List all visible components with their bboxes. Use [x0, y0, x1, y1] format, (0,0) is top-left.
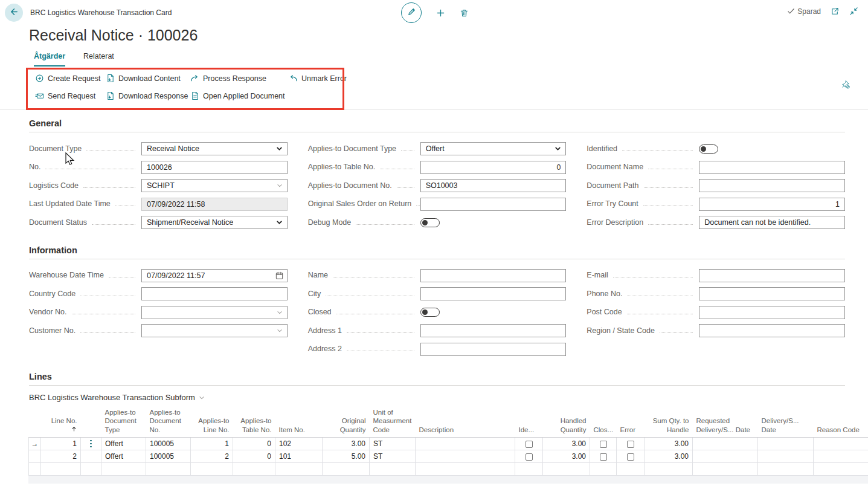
cell-original_qty[interactable]	[323, 463, 370, 476]
cell-handled_qty[interactable]	[543, 463, 590, 476]
col-header-sum_qty[interactable]: Sum Qty. to Handle	[645, 407, 693, 438]
cell-item_no[interactable]: 101	[275, 450, 323, 463]
cell-applies_doc_type[interactable]: Offert	[101, 438, 146, 450]
cell-reason_code[interactable]	[814, 450, 868, 463]
col-header-closed[interactable]: Clos...	[590, 407, 617, 438]
lines-section-heading[interactable]: Lines	[29, 372, 845, 386]
cell-reason_code[interactable]	[814, 438, 868, 450]
field-city[interactable]	[420, 287, 567, 300]
col-header-item_no[interactable]: Item No.	[275, 407, 323, 438]
checkbox-closed[interactable]	[600, 441, 607, 448]
calendar-icon[interactable]	[275, 271, 284, 280]
cell-closed[interactable]	[590, 463, 617, 476]
field-original-sales-order-on-return[interactable]	[420, 198, 567, 211]
cell-req_delivery_date[interactable]	[693, 438, 758, 450]
cell-line_no[interactable]: 1	[41, 438, 81, 450]
field-document-type[interactable]: Receival Notice	[141, 142, 288, 155]
cell-identified[interactable]	[515, 463, 543, 476]
cell-uom[interactable]: ST	[370, 450, 416, 463]
cell-delivery_date[interactable]	[758, 438, 814, 450]
cell-menu[interactable]	[81, 463, 101, 476]
field-country-code[interactable]	[141, 287, 288, 300]
field-no[interactable]: 100026	[141, 161, 288, 174]
col-header-reason_code[interactable]: Reason Code	[814, 407, 868, 438]
cell-uom[interactable]	[370, 463, 416, 476]
col-header-applies_doc_no[interactable]: Applies-to Document No.	[146, 407, 191, 438]
cell-applies_doc_type[interactable]: Offert	[101, 450, 146, 463]
cell-item_no[interactable]: 102	[275, 438, 323, 450]
cell-delivery_date[interactable]	[758, 463, 814, 476]
action-unmark-error[interactable]: Unmark Error	[289, 74, 868, 83]
field-applies-to-document-type[interactable]: Offert	[420, 142, 567, 155]
col-header-applies_table_no[interactable]: Applies-to Table No.	[233, 407, 275, 438]
cell-description[interactable]	[416, 450, 515, 463]
field-logistics-code[interactable]: SCHIPT	[141, 179, 288, 192]
collapse-button[interactable]	[849, 7, 858, 16]
cell-error[interactable]	[617, 450, 645, 463]
cell-original_qty[interactable]: 5.00	[323, 450, 370, 463]
field-address-2[interactable]	[420, 343, 567, 356]
field-error-description[interactable]: Document can not be identified.	[699, 216, 845, 229]
field-customer-no[interactable]	[141, 324, 288, 337]
action-send-request[interactable]: Send Request	[35, 91, 106, 100]
row-menu-icon[interactable]	[81, 438, 101, 450]
cell-applies_table_no[interactable]	[233, 463, 275, 476]
cell-handled_qty[interactable]: 3.00	[543, 438, 590, 450]
action-download-response[interactable]: Download Response	[106, 91, 190, 100]
cell-req_delivery_date[interactable]	[693, 463, 758, 476]
field-document-name[interactable]	[699, 161, 845, 174]
cell-description[interactable]	[416, 438, 515, 450]
field-name[interactable]	[420, 269, 567, 282]
checkbox-error[interactable]	[627, 453, 634, 461]
cell-closed[interactable]	[590, 450, 617, 463]
col-header-line_no[interactable]: Line No.	[41, 407, 81, 438]
cell-menu[interactable]	[81, 450, 101, 463]
field-e-mail[interactable]	[699, 269, 845, 282]
cell-applies_doc_no[interactable]: 100005	[146, 450, 191, 463]
toggle-debug-mode[interactable]	[420, 218, 440, 227]
cell-applies_line_no[interactable]	[191, 463, 233, 476]
cell-handled_qty[interactable]: 3.00	[543, 450, 590, 463]
col-header-error[interactable]: Error	[617, 407, 645, 438]
col-header-original_qty[interactable]: Original Quantity	[323, 407, 370, 438]
cell-error[interactable]	[617, 438, 645, 450]
col-header-description[interactable]: Description	[416, 407, 515, 438]
cell-identified[interactable]	[515, 450, 543, 463]
general-section-heading[interactable]: General	[29, 118, 845, 132]
cell-applies_doc_no[interactable]: 100005	[146, 438, 191, 450]
subform-selector[interactable]: BRC Logistics Warehouse Transaction Subf…	[29, 393, 868, 402]
col-header-uom[interactable]: Unit of Measurment Code	[370, 407, 416, 438]
field-applies-to-document-no[interactable]: SO10003	[420, 179, 567, 192]
field-applies-to-table-no[interactable]: 0	[420, 161, 567, 174]
cell-applies_table_no[interactable]: 0	[233, 450, 275, 463]
cell-error[interactable]	[617, 463, 645, 476]
cell-description[interactable]	[416, 463, 515, 476]
plus-icon[interactable]	[436, 8, 445, 18]
field-post-code[interactable]	[699, 306, 845, 319]
action-create-request[interactable]: Create Request	[35, 74, 106, 83]
pin-icon[interactable]	[841, 80, 850, 91]
col-header-req_delivery_date[interactable]: Requested Delivery/S... Date	[693, 407, 758, 438]
checkbox-identified[interactable]	[526, 441, 533, 448]
trash-icon[interactable]	[460, 8, 469, 18]
field-address-1[interactable]	[420, 324, 567, 337]
col-header-menu[interactable]	[81, 407, 101, 438]
cell-sum_qty[interactable]	[645, 463, 693, 476]
cell-delivery_date[interactable]	[758, 450, 814, 463]
popout-button[interactable]	[831, 7, 840, 16]
col-header-handled_qty[interactable]: Handled Quantity	[543, 407, 590, 438]
action-download-content[interactable]: Download Content	[106, 74, 190, 83]
field-document-path[interactable]	[699, 179, 845, 192]
tab-atgarder[interactable]: Åtgärder	[34, 52, 65, 66]
col-header-identified[interactable]: Ide...	[515, 407, 543, 438]
field-vendor-no[interactable]	[141, 306, 288, 319]
cell-applies_doc_no[interactable]	[146, 463, 191, 476]
col-header-applies_line_no[interactable]: Applies-to Line No.	[191, 407, 233, 438]
action-open-applied-document[interactable]: Open Applied Document	[190, 91, 289, 100]
col-header-delivery_date[interactable]: Delivery/S... Date	[758, 407, 814, 438]
cell-reason_code[interactable]	[814, 463, 868, 476]
cell-item_no[interactable]	[275, 463, 323, 476]
information-section-heading[interactable]: Information	[29, 245, 845, 259]
cell-line_no[interactable]: 2	[41, 450, 81, 463]
field-phone-no[interactable]	[699, 287, 845, 300]
